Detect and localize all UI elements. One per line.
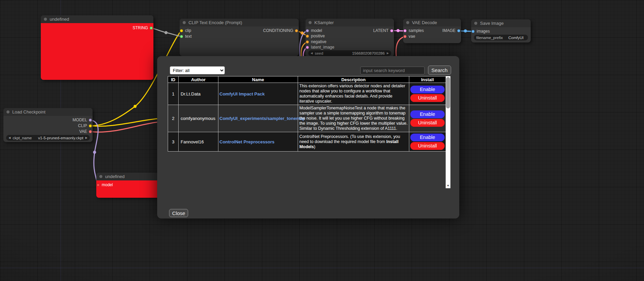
cell-install: EnableUninstall [409, 132, 446, 152]
output-slot-conditioning[interactable]: CONDITIONING [180, 28, 299, 34]
collapse-dot-icon[interactable] [183, 21, 186, 24]
search-button[interactable]: Search [428, 66, 451, 75]
collapse-dot-icon[interactable] [406, 21, 409, 24]
slot-label: images [477, 29, 490, 34]
enable-button[interactable]: Enable [410, 86, 445, 93]
input-dot[interactable] [306, 35, 309, 38]
extension-link[interactable]: ComfyUI Impact Pack [219, 91, 265, 96]
prev-arrow-icon[interactable]: ◀ [9, 136, 11, 139]
node-title-bar[interactable]: CLIP Text Encode (Prompt) [180, 19, 299, 27]
node-title-bar[interactable]: VAE Decode [403, 19, 461, 27]
input-slot-latent-image[interactable]: latent_image [306, 45, 394, 50]
ckpt-name-widget[interactable]: ◀ ckpt_name v1-5-pruned-emaonly.ckpt ▶ [6, 135, 90, 141]
node-undefined-top[interactable]: undefined STRING [41, 15, 153, 80]
scrollbar[interactable]: ▼ [446, 76, 450, 188]
collapse-dot-icon[interactable] [474, 22, 477, 25]
widget-label: filename_prefix [476, 36, 503, 40]
collapse-dot-icon[interactable] [6, 110, 10, 113]
output-slot-string[interactable]: STRING [41, 25, 153, 31]
decrement-arrow-icon[interactable]: ◀ [311, 52, 313, 55]
scroll-down-arrow-icon[interactable]: ▼ [446, 183, 450, 188]
header-description: Description [298, 76, 409, 83]
header-author: Author [179, 76, 218, 83]
output-dot[interactable] [457, 29, 460, 32]
node-save-image[interactable]: Save Image images filename_prefix ComfyU… [471, 19, 531, 42]
output-slot-model[interactable]: MODEL [3, 117, 93, 123]
next-arrow-icon[interactable]: ▶ [85, 136, 87, 139]
node-title-bar[interactable]: KSampler [306, 19, 394, 27]
node-title: Save Image [480, 21, 503, 26]
node-body: MODEL CLIP VAE ◀ ckpt_name v1-5-pruned-e… [3, 116, 93, 142]
input-slot-text[interactable]: text [180, 34, 299, 39]
widget-value: ComfyUI [505, 36, 524, 40]
header-id: ID [168, 76, 179, 83]
slot-label: STRING [133, 25, 148, 30]
node-body: STRING [41, 23, 153, 80]
input-dot[interactable] [472, 30, 475, 33]
output-dot[interactable] [390, 29, 393, 32]
input-slot-negative[interactable]: negative [306, 39, 394, 45]
node-title-bar[interactable]: undefined [41, 15, 153, 23]
output-slot-image[interactable]: IMAGE [403, 28, 461, 34]
extension-link[interactable]: ControlNet Preprocessors [219, 139, 275, 144]
extension-table: ID Author Name Description Install 1Dr.L… [168, 76, 446, 152]
extension-table-body: 1Dr.Lt.DataComfyUI Impact PackThis exten… [168, 83, 446, 152]
cell-author: Dr.Lt.Data [179, 83, 218, 105]
extension-row: 2comfyanonymousComfyUI_experiments/sampl… [168, 105, 446, 132]
uninstall-button[interactable]: Uninstall [410, 94, 445, 102]
collapse-dot-icon[interactable] [99, 175, 102, 178]
input-slot-positive[interactable]: positive [306, 33, 394, 39]
output-slot-latent[interactable]: LATENT [306, 28, 394, 34]
node-title: undefined [105, 174, 125, 179]
input-dot[interactable] [306, 46, 309, 49]
uninstall-button[interactable]: Uninstall [410, 142, 445, 150]
uninstall-button[interactable]: Uninstall [410, 119, 445, 127]
collapse-dot-icon[interactable] [309, 21, 312, 24]
node-title: undefined [50, 17, 69, 22]
node-clip-text-encode[interactable]: CLIP Text Encode (Prompt) clip text COND… [180, 19, 299, 56]
input-slot-images[interactable]: images [471, 29, 531, 34]
output-slot-vae[interactable]: VAE [3, 129, 93, 135]
filename-prefix-widget[interactable]: filename_prefix ComfyUI [474, 35, 528, 40]
node-ksampler[interactable]: KSampler model positive negative latent_… [306, 19, 394, 57]
extension-link[interactable]: ComfyUI_experiments/sampler_tonemap [219, 116, 305, 121]
node-title: KSampler [314, 20, 334, 25]
close-button[interactable]: Close [169, 209, 188, 217]
collapse-dot-icon[interactable] [44, 18, 47, 21]
output-dot[interactable] [150, 27, 153, 30]
input-dot[interactable] [306, 40, 309, 43]
filter-select[interactable]: Filter: all [170, 66, 225, 74]
input-slot-vae[interactable]: vae [403, 34, 461, 39]
graph-canvas[interactable]: undefined STRING CLIP Text Encode (Promp… [0, 0, 644, 281]
search-input[interactable] [360, 67, 425, 74]
output-dot[interactable] [89, 124, 92, 127]
cell-name: ComfyUI Impact Pack [218, 83, 298, 105]
cell-description: ControlNet Preprocessors. (To use this e… [298, 132, 409, 152]
output-dot[interactable] [89, 119, 92, 122]
slot-label: vae [409, 34, 415, 39]
widget-value: v1-5-pruned-emaonly.ckpt [34, 136, 83, 140]
increment-arrow-icon[interactable]: ▶ [387, 52, 389, 55]
enable-button[interactable]: Enable [410, 134, 445, 141]
input-dot[interactable] [403, 35, 407, 38]
table-header-row: ID Author Name Description Install [168, 76, 446, 83]
widget-value: 156680208700286 [325, 51, 385, 55]
output-slot-clip[interactable]: CLIP [3, 123, 93, 129]
node-title-bar[interactable]: Save Image [471, 19, 531, 27]
cell-description: ModelSamplerTonemapNoiseTest a node that… [298, 105, 409, 132]
scrollbar-thumb[interactable] [446, 77, 450, 108]
cell-install: EnableUninstall [409, 83, 446, 105]
output-dot[interactable] [295, 29, 298, 32]
node-load-checkpoint[interactable]: Load Checkpoint MODEL CLIP VAE ◀ ckpt_na… [3, 108, 93, 142]
node-vae-decode[interactable]: VAE Decode samples vae IMAGE [403, 19, 461, 43]
cell-name: ControlNet Preprocessors [218, 132, 298, 152]
seed-widget[interactable]: ◀ seed 156680208700286 ▶ [308, 50, 391, 56]
node-title-bar[interactable]: Load Checkpoint [3, 108, 93, 116]
cell-install: EnableUninstall [409, 105, 446, 132]
slot-label: positive [311, 34, 325, 38]
input-dot[interactable] [180, 35, 183, 38]
header-name: Name [218, 76, 298, 83]
enable-button[interactable]: Enable [410, 110, 445, 118]
input-dot[interactable] [97, 183, 100, 187]
output-dot[interactable] [89, 130, 92, 133]
